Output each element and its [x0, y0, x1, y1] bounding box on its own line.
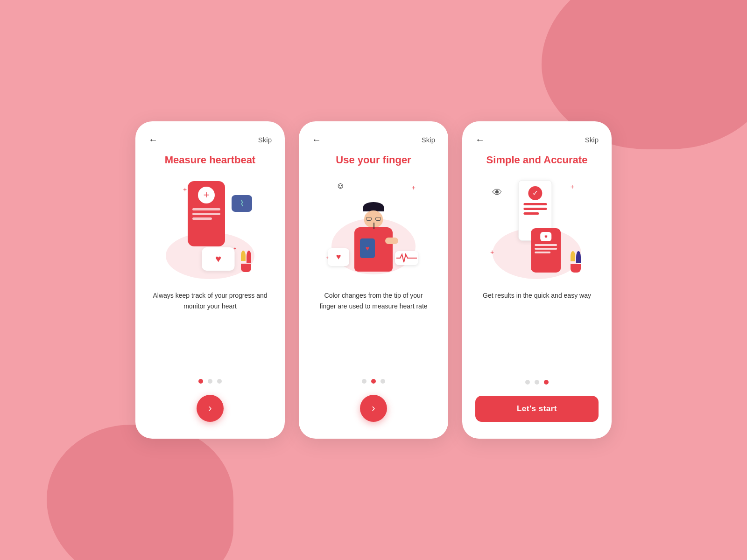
illus3-phone-card: ♥ — [531, 228, 561, 273]
lets-start-button[interactable]: Let's start — [475, 396, 599, 422]
glasses-right — [375, 217, 381, 221]
illus2-heart-card: ♥ — [328, 248, 349, 266]
dot-1-inactive-3 — [217, 379, 222, 384]
card-2-dots — [362, 379, 385, 384]
person-phone-device: ♥ — [360, 238, 375, 258]
plant-leaves — [241, 251, 251, 263]
illus3-leaf-1 — [571, 251, 575, 261]
card-2-description: Color changes from the tip of your finge… — [312, 290, 435, 313]
sparkle-card2-1: + — [412, 184, 416, 191]
card-2-title: Use your finger — [336, 154, 411, 167]
illus2-ecg-card — [395, 251, 418, 265]
phone-card-line-1 — [535, 244, 557, 246]
heart-icon: ♥ — [215, 253, 221, 265]
leaf-2 — [247, 251, 251, 263]
card-2-illustration: ☺ ♥ — [322, 176, 425, 279]
illus1-plant — [241, 251, 251, 272]
card-1-next-button[interactable]: › — [197, 395, 224, 422]
illus1-phone: + — [188, 181, 225, 246]
person-right-arm — [385, 238, 398, 244]
card-3-dots — [525, 380, 549, 385]
dot-2-inactive-1 — [362, 379, 366, 384]
card-1-nav: ← Skip — [148, 134, 272, 145]
illus1-line-3 — [192, 217, 212, 220]
leaf-1 — [241, 251, 246, 261]
heart-icon-2: ♥ — [336, 252, 341, 262]
illus1-plus-icon: + — [198, 187, 215, 203]
smiley-icon: ☺ — [336, 181, 345, 191]
dot-3-inactive-2 — [535, 380, 539, 385]
card-2-nav: ← Skip — [312, 134, 435, 145]
illus1-ecg-badge: ⌇ — [232, 195, 252, 212]
ecg-wave-icon: ⌇ — [240, 198, 244, 209]
sparkle-1: + — [183, 186, 187, 193]
card-2-back-button[interactable]: ← — [312, 134, 321, 145]
illus3-leaf-2 — [576, 251, 581, 263]
card-3-nav: ← Skip — [475, 134, 599, 145]
onboarding-card-1: ← Skip Measure heartbeat + ⌇ — [135, 121, 285, 439]
card-1-illustration: + ⌇ ♥ — [159, 176, 261, 279]
illus3-leaves — [571, 251, 581, 263]
illus2: ☺ ♥ — [322, 176, 425, 279]
cards-container: ← Skip Measure heartbeat + ⌇ — [135, 121, 612, 439]
doc-check-icon: ✓ — [528, 186, 542, 200]
card-3-title: Simple and Accurate — [486, 154, 588, 167]
illus3: 👁 ✓ ♥ — [486, 176, 588, 279]
phone-card-line-3 — [535, 252, 550, 253]
eye-icon: 👁 — [492, 187, 502, 199]
phone-card-lines — [535, 244, 557, 255]
illus1-line-2 — [192, 213, 220, 215]
onboarding-card-3: ← Skip Simple and Accurate 👁 ✓ — [462, 121, 612, 439]
earphone-cord — [374, 223, 374, 229]
dot-3-active — [544, 380, 549, 385]
sparkle-card2-2: + — [326, 255, 329, 260]
person-figure: ♥ — [354, 202, 393, 272]
doc-line-3 — [523, 212, 539, 215]
dot-2-active — [371, 379, 376, 384]
dot-1-inactive-2 — [208, 379, 212, 384]
sparkle-card3-1: + — [571, 183, 574, 190]
card-3-description: Get results in the quick and easy way — [479, 290, 595, 301]
card-1-dots — [198, 379, 222, 384]
illus3-plant — [571, 251, 581, 273]
dot-1-active — [198, 379, 203, 384]
illus1: + ⌇ ♥ — [159, 176, 261, 279]
card-3-back-button[interactable]: ← — [475, 134, 485, 145]
card-1-title: Measure heartbeat — [165, 154, 255, 167]
sparkle-card3-2: + — [490, 248, 494, 256]
card-2-next-button[interactable]: › — [360, 395, 387, 422]
ecg-svg — [396, 253, 417, 263]
card-1-back-button[interactable]: ← — [148, 134, 158, 145]
heart-icon-3: ♥ — [544, 233, 548, 240]
illus3-pot — [571, 264, 581, 273]
plant-pot — [241, 264, 251, 272]
card-1-description: Always keep track of your progress and m… — [148, 290, 272, 313]
illus1-line-1 — [192, 208, 220, 210]
card-1-skip-button[interactable]: Skip — [258, 136, 272, 144]
illus1-heart-card: ♥ — [202, 247, 235, 271]
phone-card-line-2 — [535, 248, 557, 250]
doc-line-2 — [523, 208, 547, 210]
phone-card-heart-icon: ♥ — [540, 232, 551, 241]
doc-line-1 — [523, 203, 547, 205]
dot-2-inactive-3 — [381, 379, 385, 384]
bg-blob-bottom-left — [47, 425, 233, 560]
card-2-skip-button[interactable]: Skip — [422, 136, 435, 144]
person-body: ♥ — [354, 227, 393, 272]
phone-heart-icon: ♥ — [366, 245, 369, 252]
sparkle-2: + — [233, 246, 236, 251]
dot-3-inactive-1 — [525, 380, 530, 385]
card-3-illustration: 👁 ✓ ♥ — [486, 176, 588, 279]
doc-lines — [523, 203, 547, 217]
card-3-skip-button[interactable]: Skip — [585, 136, 599, 144]
glasses-left — [366, 217, 372, 221]
illus1-lines — [192, 208, 220, 222]
onboarding-card-2: ← Skip Use your finger ☺ — [299, 121, 448, 439]
person-hair — [363, 202, 384, 211]
